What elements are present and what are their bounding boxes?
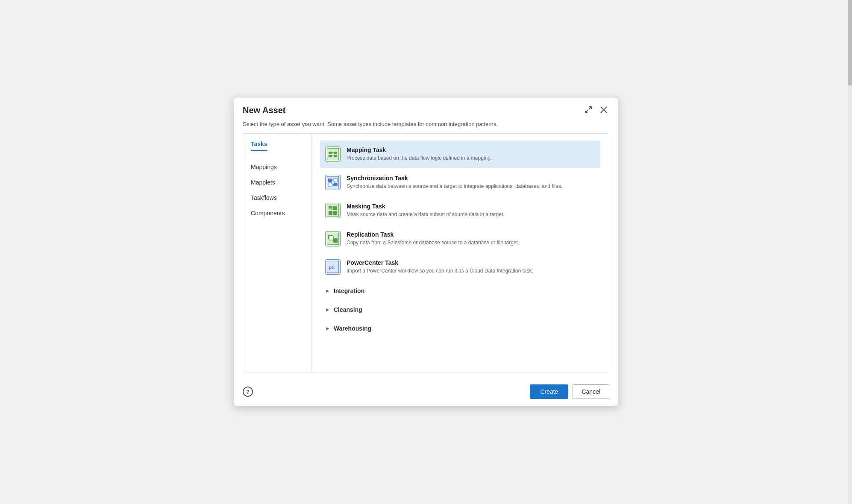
sidebar-item-components[interactable]: Components: [243, 205, 311, 221]
mapping-task-desc: Process data based on the data flow logi…: [347, 155, 492, 162]
powercenter-task-info: PowerCenter Task Import a PowerCenter wo…: [347, 259, 533, 275]
powercenter-task-name: PowerCenter Task: [347, 259, 533, 266]
integration-chevron-icon: ►: [325, 288, 330, 294]
powercenter-task-item[interactable]: pC PowerCenter Task Import a PowerCenter…: [320, 253, 600, 281]
cleansing-chevron-icon: ►: [325, 307, 330, 313]
svg-rect-5: [329, 152, 332, 154]
masking-task-desc: Mask source data and create a data subse…: [347, 211, 505, 218]
sync-task-desc: Synchronize data between a source and a …: [347, 183, 562, 190]
mapping-task-item[interactable]: Mapping Task Process data based on the d…: [320, 141, 600, 168]
mapping-task-info: Mapping Task Process data based on the d…: [347, 147, 492, 162]
replication-task-icon: [325, 231, 341, 246]
scrollbar-thumb[interactable]: [848, 0, 852, 85]
sync-task-icon: [325, 175, 341, 190]
create-button[interactable]: Create: [530, 384, 568, 399]
sidebar: Tasks Mappings Mapplets Taskflows Compon…: [243, 134, 311, 372]
powercenter-task-icon: pC: [325, 259, 341, 275]
sidebar-item-mapplets[interactable]: Mapplets: [243, 175, 311, 190]
footer-buttons: Create Cancel: [530, 384, 609, 399]
sidebar-item-mappings[interactable]: Mappings: [243, 159, 311, 175]
main-content: Mapping Task Process data based on the d…: [311, 134, 609, 372]
replication-task-name: Replication Task: [347, 231, 519, 238]
masking-task-item[interactable]: Masking Task Mask source data and create…: [320, 197, 600, 224]
warehousing-section-label: Warehousing: [334, 325, 371, 332]
replication-task-desc: Copy data from a Salesforce or database …: [347, 239, 519, 246]
dialog-subtitle: Select the type of asset you want. Some …: [234, 121, 618, 133]
masking-task-icon: [325, 203, 341, 218]
cancel-button[interactable]: Cancel: [573, 384, 609, 399]
sidebar-item-taskflows[interactable]: Taskflows: [243, 190, 311, 205]
mapping-task-icon: [325, 147, 341, 162]
close-button[interactable]: [598, 105, 609, 116]
dialog-header: New Asset: [234, 98, 618, 121]
svg-rect-6: [334, 152, 337, 154]
svg-text:pC: pC: [329, 265, 335, 270]
warehousing-chevron-icon: ►: [325, 325, 330, 331]
svg-point-16: [331, 181, 335, 184]
svg-rect-8: [334, 155, 337, 157]
sync-task-info: Synchronization Task Synchronize data be…: [347, 175, 562, 190]
svg-rect-4: [327, 148, 339, 160]
svg-rect-26: [333, 238, 338, 243]
new-asset-dialog: New Asset Select the type of asset you w…: [234, 98, 618, 406]
replication-task-info: Replication Task Copy data from a Salesf…: [347, 231, 519, 246]
replication-task-item[interactable]: Replication Task Copy data from a Salesf…: [320, 225, 600, 252]
svg-rect-21: [333, 211, 337, 215]
integration-section-header[interactable]: ► Integration: [320, 281, 600, 300]
svg-rect-19: [333, 206, 337, 210]
dialog-footer: ? Create Cancel: [234, 379, 618, 406]
mapping-task-name: Mapping Task: [347, 147, 492, 153]
integration-section-label: Integration: [334, 287, 364, 294]
masking-task-info: Masking Task Mask source data and create…: [347, 203, 505, 218]
svg-rect-7: [329, 155, 332, 157]
help-button[interactable]: ?: [243, 387, 253, 397]
scrollbar-track[interactable]: [848, 0, 852, 504]
expand-button[interactable]: [583, 105, 594, 116]
cleansing-section-header[interactable]: ► Cleansing: [320, 300, 600, 319]
header-actions: [583, 105, 609, 116]
dialog-title: New Asset: [243, 105, 285, 115]
powercenter-task-desc: Import a PowerCenter workflow so you can…: [347, 267, 533, 275]
svg-rect-17: [327, 205, 339, 217]
sidebar-item-tasks[interactable]: Tasks: [251, 141, 267, 151]
sync-task-name: Synchronization Task: [347, 175, 562, 182]
cleansing-section-label: Cleansing: [334, 306, 362, 313]
synchronization-task-item[interactable]: Synchronization Task Synchronize data be…: [320, 169, 600, 196]
warehousing-section-header[interactable]: ► Warehousing: [320, 319, 600, 338]
masking-task-name: Masking Task: [347, 203, 505, 210]
svg-rect-20: [329, 211, 332, 215]
dialog-body: Tasks Mappings Mapplets Taskflows Compon…: [243, 133, 609, 372]
